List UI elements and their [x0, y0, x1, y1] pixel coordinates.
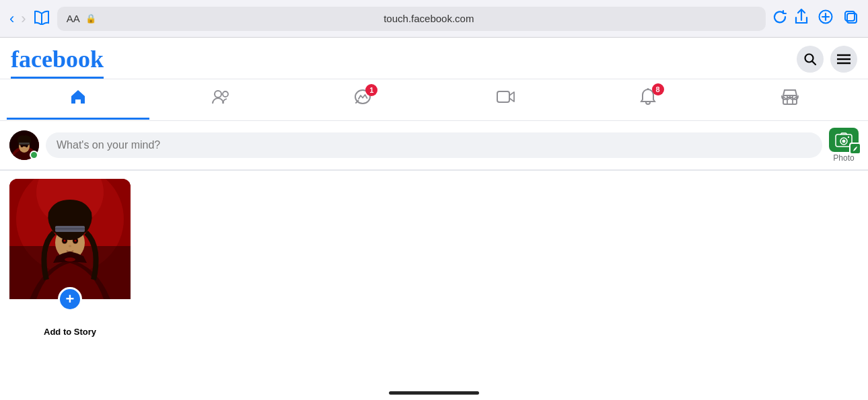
add-story-button[interactable]: +	[58, 287, 82, 311]
back-button[interactable]: ‹	[9, 11, 14, 26]
notifications-badge: 8	[652, 83, 664, 95]
svg-point-24	[26, 145, 28, 147]
browser-nav-buttons: ‹ ›	[9, 10, 50, 28]
photo-icon	[829, 128, 859, 152]
aa-text: AA	[67, 13, 80, 24]
store-icon	[781, 88, 799, 110]
fb-nav-bar: 1 8	[0, 79, 868, 121]
stories-section: Add to Story +	[0, 171, 868, 352]
messenger-badge: 1	[365, 84, 377, 96]
svg-point-40	[64, 240, 66, 242]
svg-point-11	[215, 91, 221, 97]
lock-icon: 🔒	[85, 13, 96, 24]
photo-button[interactable]: Photo	[829, 128, 859, 163]
svg-point-46	[65, 257, 75, 262]
nav-messenger[interactable]: 1	[291, 80, 434, 120]
home-icon	[69, 88, 87, 110]
user-avatar-wrap	[9, 130, 39, 160]
reload-button[interactable]	[772, 9, 787, 28]
nav-friends[interactable]	[149, 81, 292, 119]
svg-point-41	[75, 240, 77, 242]
bookmarks-button[interactable]	[33, 10, 50, 28]
nav-notifications[interactable]: 8	[577, 79, 719, 120]
svg-point-29	[848, 136, 849, 138]
facebook-app: facebook	[0, 38, 868, 352]
url-bar[interactable]: AA 🔒 touch.facebook.com	[57, 7, 766, 31]
nav-marketplace[interactable]	[719, 80, 861, 120]
header-icons	[797, 46, 857, 78]
url-domain: touch.facebook.com	[102, 13, 756, 24]
what-on-mind-input[interactable]	[46, 132, 822, 158]
svg-rect-14	[497, 91, 509, 102]
search-button[interactable]	[797, 46, 824, 73]
fb-header: facebook	[0, 38, 868, 79]
friends-icon	[211, 89, 230, 109]
forward-button[interactable]: ›	[21, 11, 26, 26]
story-image	[9, 179, 131, 299]
browser-chrome: ‹ › AA 🔒 touch.facebook.com	[0, 0, 868, 38]
svg-line-7	[813, 61, 816, 65]
video-icon	[496, 89, 515, 108]
add-tab-button[interactable]	[818, 9, 833, 28]
browser-actions	[794, 8, 859, 30]
add-to-story-card[interactable]: Add to Story +	[9, 179, 131, 344]
svg-point-28	[842, 140, 846, 143]
facebook-logo: facebook	[11, 44, 104, 79]
svg-rect-25	[19, 143, 30, 145]
add-story-label: Add to Story	[44, 327, 96, 337]
svg-point-6	[805, 54, 813, 62]
svg-point-23	[21, 145, 24, 147]
photo-label: Photo	[833, 153, 854, 163]
post-composer: Photo	[0, 121, 868, 170]
online-indicator	[30, 151, 38, 159]
svg-point-42	[69, 245, 71, 247]
home-indicator	[389, 391, 479, 395]
nav-video[interactable]	[434, 81, 577, 118]
tabs-button[interactable]	[842, 9, 859, 29]
share-button[interactable]	[794, 8, 809, 30]
svg-point-15	[647, 88, 649, 90]
svg-point-12	[223, 91, 228, 97]
menu-button[interactable]	[830, 46, 857, 73]
nav-home[interactable]	[7, 80, 149, 120]
